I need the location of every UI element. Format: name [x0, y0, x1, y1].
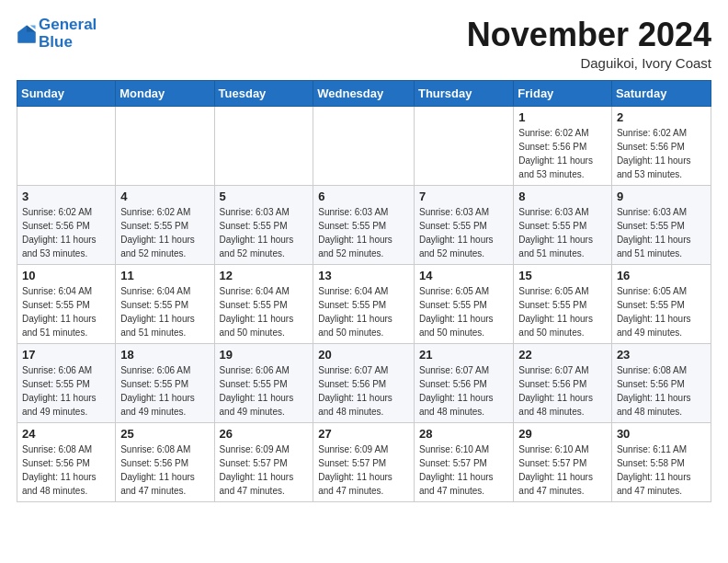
calendar-cell: 15Sunrise: 6:05 AM Sunset: 5:55 PM Dayli…: [514, 264, 612, 343]
calendar-cell: 17Sunrise: 6:06 AM Sunset: 5:55 PM Dayli…: [17, 343, 116, 422]
calendar-cell: 19Sunrise: 6:06 AM Sunset: 5:55 PM Dayli…: [214, 343, 313, 422]
calendar-cell: 23Sunrise: 6:08 AM Sunset: 5:56 PM Dayli…: [611, 343, 711, 422]
calendar-header-saturday: Saturday: [611, 80, 711, 106]
calendar-header-monday: Monday: [116, 80, 214, 106]
logo-blue: Blue: [39, 33, 73, 51]
calendar-cell: 18Sunrise: 6:06 AM Sunset: 5:55 PM Dayli…: [116, 343, 214, 422]
day-info: Sunrise: 6:02 AM Sunset: 5:56 PM Dayligh…: [617, 126, 706, 181]
logo: General Blue: [17, 17, 97, 51]
day-number: 5: [220, 190, 309, 203]
calendar-cell: 9Sunrise: 6:03 AM Sunset: 5:55 PM Daylig…: [611, 185, 711, 264]
calendar-cell: 24Sunrise: 6:08 AM Sunset: 5:56 PM Dayli…: [17, 422, 116, 501]
page: General Blue November 2024 Daguikoi, Ivo…: [0, 0, 728, 513]
calendar-cell: 8Sunrise: 6:03 AM Sunset: 5:55 PM Daylig…: [514, 185, 612, 264]
day-number: 11: [120, 269, 209, 282]
calendar-cell: 1Sunrise: 6:02 AM Sunset: 5:56 PM Daylig…: [514, 106, 612, 185]
day-info: Sunrise: 6:09 AM Sunset: 5:57 PM Dayligh…: [220, 442, 309, 498]
day-number: 9: [617, 190, 706, 203]
day-number: 20: [318, 348, 409, 362]
day-number: 4: [120, 190, 209, 203]
calendar-cell: 3Sunrise: 6:02 AM Sunset: 5:56 PM Daylig…: [17, 185, 116, 264]
calendar-week-4: 24Sunrise: 6:08 AM Sunset: 5:56 PM Dayli…: [17, 422, 711, 501]
day-info: Sunrise: 6:10 AM Sunset: 5:57 PM Dayligh…: [518, 442, 607, 498]
title-block: November 2024 Daguikoi, Ivory Coast: [467, 17, 711, 71]
calendar-cell: 10Sunrise: 6:04 AM Sunset: 5:55 PM Dayli…: [17, 264, 116, 343]
day-info: Sunrise: 6:04 AM Sunset: 5:55 PM Dayligh…: [22, 284, 110, 339]
day-number: 25: [120, 427, 209, 441]
day-number: 22: [518, 348, 607, 362]
day-number: 29: [518, 427, 607, 441]
day-number: 2: [617, 110, 706, 124]
calendar-header-thursday: Thursday: [414, 80, 513, 106]
calendar-cell: 21Sunrise: 6:07 AM Sunset: 5:56 PM Dayli…: [414, 343, 513, 422]
day-number: 24: [22, 427, 110, 441]
day-number: 26: [220, 427, 309, 441]
calendar-cell: [214, 106, 313, 185]
day-info: Sunrise: 6:04 AM Sunset: 5:55 PM Dayligh…: [220, 284, 309, 339]
day-info: Sunrise: 6:07 AM Sunset: 5:56 PM Dayligh…: [518, 363, 607, 419]
day-number: 23: [617, 348, 706, 362]
day-number: 10: [22, 269, 110, 282]
calendar-cell: 26Sunrise: 6:09 AM Sunset: 5:57 PM Dayli…: [214, 422, 313, 501]
day-info: Sunrise: 6:03 AM Sunset: 5:55 PM Dayligh…: [318, 205, 409, 260]
day-number: 17: [22, 348, 110, 362]
day-number: 13: [318, 269, 409, 282]
day-info: Sunrise: 6:05 AM Sunset: 5:55 PM Dayligh…: [617, 284, 706, 339]
day-info: Sunrise: 6:08 AM Sunset: 5:56 PM Dayligh…: [120, 442, 209, 498]
day-info: Sunrise: 6:02 AM Sunset: 5:56 PM Dayligh…: [518, 126, 607, 181]
calendar-cell: 12Sunrise: 6:04 AM Sunset: 5:55 PM Dayli…: [214, 264, 313, 343]
day-number: 15: [518, 269, 607, 282]
calendar-cell: 16Sunrise: 6:05 AM Sunset: 5:55 PM Dayli…: [611, 264, 711, 343]
calendar-week-0: 1Sunrise: 6:02 AM Sunset: 5:56 PM Daylig…: [17, 106, 711, 185]
day-info: Sunrise: 6:08 AM Sunset: 5:56 PM Dayligh…: [617, 363, 706, 419]
day-info: Sunrise: 6:05 AM Sunset: 5:55 PM Dayligh…: [518, 284, 607, 339]
calendar-week-2: 10Sunrise: 6:04 AM Sunset: 5:55 PM Dayli…: [17, 264, 711, 343]
day-number: 21: [419, 348, 508, 362]
day-info: Sunrise: 6:07 AM Sunset: 5:56 PM Dayligh…: [318, 363, 409, 419]
day-info: Sunrise: 6:08 AM Sunset: 5:56 PM Dayligh…: [22, 442, 110, 498]
day-number: 8: [518, 190, 607, 203]
calendar-cell: 7Sunrise: 6:03 AM Sunset: 5:55 PM Daylig…: [414, 185, 513, 264]
calendar-cell: 13Sunrise: 6:04 AM Sunset: 5:55 PM Dayli…: [313, 264, 415, 343]
calendar-table: SundayMondayTuesdayWednesdayThursdayFrid…: [17, 80, 711, 502]
day-number: 12: [220, 269, 309, 282]
day-number: 28: [419, 427, 508, 441]
calendar-week-3: 17Sunrise: 6:06 AM Sunset: 5:55 PM Dayli…: [17, 343, 711, 422]
calendar-header-friday: Friday: [514, 80, 612, 106]
calendar-cell: 5Sunrise: 6:03 AM Sunset: 5:55 PM Daylig…: [214, 185, 313, 264]
calendar-cell: [17, 106, 116, 185]
calendar-cell: 11Sunrise: 6:04 AM Sunset: 5:55 PM Dayli…: [116, 264, 214, 343]
calendar-header-row: SundayMondayTuesdayWednesdayThursdayFrid…: [17, 80, 711, 106]
logo-general: General: [39, 16, 97, 33]
day-info: Sunrise: 6:07 AM Sunset: 5:56 PM Dayligh…: [419, 363, 508, 419]
day-info: Sunrise: 6:03 AM Sunset: 5:55 PM Dayligh…: [220, 205, 309, 260]
day-number: 16: [617, 269, 706, 282]
day-number: 30: [617, 427, 706, 441]
day-number: 3: [22, 190, 110, 203]
calendar-cell: 29Sunrise: 6:10 AM Sunset: 5:57 PM Dayli…: [514, 422, 612, 501]
logo-icon: [17, 24, 37, 44]
day-info: Sunrise: 6:09 AM Sunset: 5:57 PM Dayligh…: [318, 442, 409, 498]
day-info: Sunrise: 6:03 AM Sunset: 5:55 PM Dayligh…: [518, 205, 607, 260]
day-info: Sunrise: 6:05 AM Sunset: 5:55 PM Dayligh…: [419, 284, 508, 339]
day-number: 19: [220, 348, 309, 362]
day-info: Sunrise: 6:02 AM Sunset: 5:55 PM Dayligh…: [120, 205, 209, 260]
day-info: Sunrise: 6:03 AM Sunset: 5:55 PM Dayligh…: [419, 205, 508, 260]
month-title: November 2024: [467, 17, 711, 53]
day-info: Sunrise: 6:10 AM Sunset: 5:57 PM Dayligh…: [419, 442, 508, 498]
calendar-header-wednesday: Wednesday: [313, 80, 415, 106]
svg-rect-2: [17, 31, 35, 42]
calendar-header-tuesday: Tuesday: [214, 80, 313, 106]
day-info: Sunrise: 6:04 AM Sunset: 5:55 PM Dayligh…: [120, 284, 209, 339]
day-info: Sunrise: 6:03 AM Sunset: 5:55 PM Dayligh…: [617, 205, 706, 260]
calendar-cell: 20Sunrise: 6:07 AM Sunset: 5:56 PM Dayli…: [313, 343, 415, 422]
day-number: 27: [318, 427, 409, 441]
day-number: 18: [120, 348, 209, 362]
header: General Blue November 2024 Daguikoi, Ivo…: [17, 17, 711, 71]
calendar-cell: 25Sunrise: 6:08 AM Sunset: 5:56 PM Dayli…: [116, 422, 214, 501]
day-info: Sunrise: 6:06 AM Sunset: 5:55 PM Dayligh…: [120, 363, 209, 419]
location: Daguikoi, Ivory Coast: [467, 55, 711, 71]
calendar-cell: 27Sunrise: 6:09 AM Sunset: 5:57 PM Dayli…: [313, 422, 415, 501]
calendar-week-1: 3Sunrise: 6:02 AM Sunset: 5:56 PM Daylig…: [17, 185, 711, 264]
calendar-cell: [414, 106, 513, 185]
